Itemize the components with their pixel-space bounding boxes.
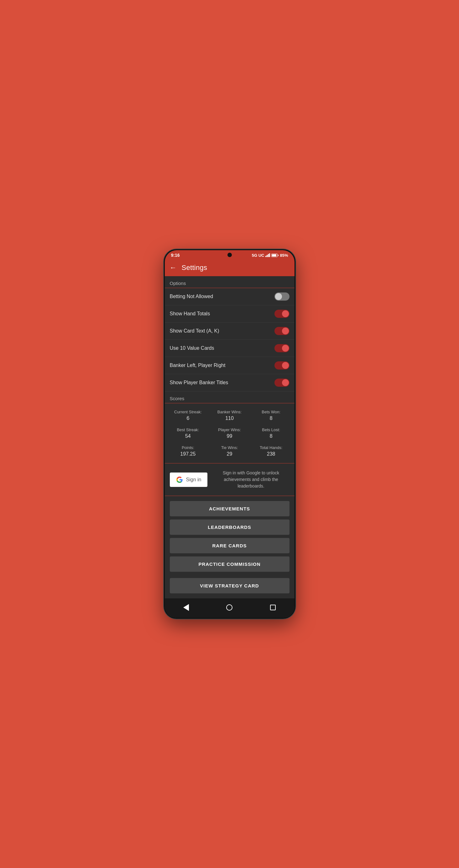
practice-commission-button[interactable]: PRACTICE COMMISSION <box>170 556 289 572</box>
score-points: Points: 197.25 <box>167 442 209 460</box>
score-value-0: 6 <box>169 415 208 421</box>
score-current-streak: Current Streak: 6 <box>167 406 209 424</box>
google-logo-icon <box>176 476 183 483</box>
score-label-1: Banker Wins: <box>210 410 249 414</box>
navigation-bar <box>165 598 294 618</box>
score-value-1: 110 <box>210 415 249 421</box>
option-show-hand-totals: Show Hand Totals <box>165 305 294 322</box>
signin-button-text: Sign in <box>186 477 201 483</box>
score-bets-won: Bets Won: 8 <box>250 406 292 424</box>
score-bets-lost: Bets Lost: 8 <box>250 424 292 442</box>
toggle-knob-1 <box>282 310 289 317</box>
rare-cards-button[interactable]: RARE CARDS <box>170 538 289 553</box>
settings-content: Options Betting Not Allowed Show Hand To… <box>165 276 294 593</box>
option-label-3: Use 10 Value Cards <box>170 345 214 351</box>
option-label-2: Show Card Text (A, K) <box>170 328 219 334</box>
back-nav-icon <box>183 604 189 611</box>
status-bar: 9:16 5G UC 85% <box>165 250 294 259</box>
score-label-3: Best Streak: <box>169 427 208 432</box>
view-strategy-button[interactable]: VIEW STRATEGY CARD <box>170 578 289 593</box>
page-title: Settings <box>182 264 207 272</box>
toggle-show-card-text[interactable] <box>275 327 289 335</box>
score-value-5: 8 <box>252 433 291 439</box>
status-time: 9:16 <box>171 253 180 258</box>
score-label-2: Bets Won: <box>252 410 291 414</box>
score-value-6: 197.25 <box>169 451 208 457</box>
score-value-2: 8 <box>252 415 291 421</box>
recents-nav-button[interactable] <box>264 603 282 612</box>
signin-description: Sign in with Google to unlock achievemen… <box>212 470 289 489</box>
battery-fill <box>272 254 276 256</box>
toggle-knob-4 <box>282 362 289 369</box>
score-value-4: 99 <box>210 433 249 439</box>
toggle-show-player-banker[interactable] <box>275 379 289 387</box>
score-best-streak: Best Streak: 54 <box>167 424 209 442</box>
leaderboards-button[interactable]: LEADERBOARDS <box>170 520 289 535</box>
home-nav-button[interactable] <box>220 603 239 612</box>
score-tie-wins: Tie Wins: 29 <box>209 442 250 460</box>
option-show-card-text: Show Card Text (A, K) <box>165 322 294 340</box>
network-label: 5G UC <box>252 253 264 258</box>
score-player-wins: Player Wins: 99 <box>209 424 250 442</box>
google-signin-button[interactable]: Sign in <box>170 472 208 487</box>
battery-tip <box>278 255 279 256</box>
option-label-0: Betting Not Allowed <box>170 294 213 299</box>
options-section-label: Options <box>165 276 294 288</box>
option-label-4: Banker Left, Player Right <box>170 363 226 368</box>
recents-nav-icon <box>270 604 276 610</box>
scores-grid: Current Streak: 6 Banker Wins: 110 Bets … <box>165 403 294 463</box>
score-label-5: Bets Lost: <box>252 427 291 432</box>
toggle-knob-0 <box>275 293 282 300</box>
home-nav-icon <box>226 604 232 611</box>
toggle-knob-5 <box>282 379 289 386</box>
toggle-betting-not-allowed[interactable] <box>275 292 289 301</box>
camera-notch <box>227 253 232 257</box>
phone-screen: 9:16 5G UC 85% ← Settings <box>165 250 294 618</box>
option-use-10-value: Use 10 Value Cards <box>165 340 294 357</box>
score-banker-wins: Banker Wins: 110 <box>209 406 250 424</box>
score-value-7: 29 <box>210 451 249 457</box>
score-label-8: Total Hands: <box>252 445 291 450</box>
achievements-button[interactable]: ACHIEVEMENTS <box>170 501 289 516</box>
signal-icon <box>265 253 270 257</box>
signin-section: Sign in Sign in with Google to unlock ac… <box>165 463 294 496</box>
back-nav-button[interactable] <box>177 603 195 612</box>
scores-section-label: Scores <box>165 392 294 403</box>
score-label-6: Points: <box>169 445 208 450</box>
app-header: ← Settings <box>165 259 294 276</box>
status-icons: 5G UC 85% <box>252 253 288 258</box>
score-label-0: Current Streak: <box>169 410 208 414</box>
score-label-4: Player Wins: <box>210 427 249 432</box>
option-label-1: Show Hand Totals <box>170 311 210 317</box>
score-label-7: Tie Wins: <box>210 445 249 450</box>
battery-icon <box>271 254 279 257</box>
option-banker-left: Banker Left, Player Right <box>165 357 294 374</box>
score-total-hands: Total Hands: 238 <box>250 442 292 460</box>
option-betting-not-allowed: Betting Not Allowed <box>165 288 294 305</box>
toggle-knob-3 <box>282 345 289 352</box>
back-button[interactable]: ← <box>170 264 177 272</box>
phone-device: 9:16 5G UC 85% ← Settings <box>164 249 295 619</box>
option-show-player-banker: Show Player Banker Titles <box>165 374 294 392</box>
option-label-5: Show Player Banker Titles <box>170 380 228 385</box>
battery-body <box>271 254 278 257</box>
action-buttons-container: ACHIEVEMENTS LEADERBOARDS RARE CARDS PRA… <box>165 496 294 593</box>
toggle-knob-2 <box>282 328 289 334</box>
score-value-8: 238 <box>252 451 291 457</box>
score-value-3: 54 <box>169 433 208 439</box>
toggle-use-10-value[interactable] <box>275 344 289 352</box>
battery-percent: 85% <box>280 253 288 258</box>
toggle-show-hand-totals[interactable] <box>275 310 289 318</box>
toggle-banker-left[interactable] <box>275 361 289 370</box>
